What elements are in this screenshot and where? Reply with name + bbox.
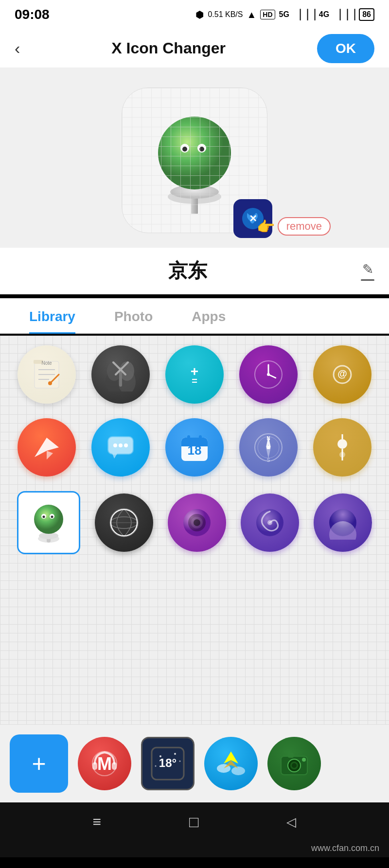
svg-point-86 — [174, 753, 176, 755]
svg-point-76 — [267, 520, 272, 525]
pencil-icon: ✎ — [362, 261, 373, 277]
svg-point-64 — [43, 516, 45, 518]
network-speed: 0.51 KB/S — [208, 10, 243, 19]
icon-row-1: Note + = — [10, 345, 379, 404]
edit-name-button[interactable]: ✎ — [361, 261, 374, 281]
icon-lollipop-selected[interactable] — [17, 491, 80, 554]
icon-compass[interactable]: N S — [239, 418, 298, 477]
svg-text:18: 18 — [188, 443, 202, 458]
svg-rect-46 — [199, 435, 202, 441]
ok-button[interactable]: OK — [317, 34, 374, 63]
svg-point-4 — [180, 144, 189, 153]
watermark-text: www.cfan.com.cn — [311, 843, 379, 853]
svg-text:@: @ — [337, 368, 347, 379]
battery-indicator: 86 — [359, 8, 374, 21]
svg-marker-40 — [112, 454, 117, 459]
svg-point-2 — [170, 185, 219, 199]
svg-point-90 — [231, 766, 245, 775]
bottom-section: + M 18° — [0, 724, 389, 802]
status-bar: 09:08 ⬢ 0.51 KB/S ▲ HD 5G ▕▕▕ 4G ▕▕▕ 86 — [0, 0, 389, 29]
svg-rect-97 — [288, 753, 294, 758]
app-name-area: 京东 ✎ — [0, 248, 389, 294]
svg-text:=: = — [192, 375, 197, 386]
svg-point-54 — [337, 439, 347, 449]
page-title: X Icon Changer — [111, 39, 226, 57]
lollipop-preview-svg — [141, 107, 248, 214]
svg-point-74 — [194, 519, 200, 526]
svg-rect-45 — [187, 435, 190, 441]
icon-row-2: 18 N S — [10, 418, 379, 477]
svg-point-96 — [292, 763, 297, 768]
add-icon-button[interactable]: + — [10, 734, 68, 793]
svg-rect-1 — [191, 180, 198, 214]
svg-point-87 — [179, 761, 181, 762]
svg-text:✕: ✕ — [249, 213, 257, 224]
svg-point-61 — [34, 505, 63, 534]
icon-chat[interactable] — [91, 418, 150, 477]
status-icons: ⬢ 0.51 KB/S ▲ HD 5G ▕▕▕ 4G ▕▕▕ 86 — [195, 8, 374, 21]
hd-badge: HD — [260, 10, 275, 19]
svg-point-85 — [159, 755, 161, 757]
svg-point-88 — [155, 766, 157, 767]
svg-marker-34 — [47, 451, 53, 460]
icon-settings-knob[interactable] — [313, 418, 371, 477]
svg-text:M: M — [97, 754, 112, 774]
back-button[interactable]: ‹ — [15, 39, 20, 58]
bluetooth-icon: ⬢ — [195, 9, 204, 20]
icon-world[interactable] — [95, 494, 153, 552]
icon-weather[interactable]: 18° — [141, 737, 194, 790]
svg-text:S: S — [267, 458, 270, 463]
signal-5g: 5G — [279, 10, 289, 19]
preview-area: ✕ 👉 remove — [0, 68, 389, 248]
watermark: www.cfan.com.cn — [0, 841, 389, 857]
icon-retro-camera[interactable] — [267, 737, 321, 790]
svg-point-39 — [124, 443, 128, 447]
signal-bars: ▕▕▕ — [293, 9, 315, 20]
svg-point-5 — [197, 144, 206, 153]
signal-bars2: ▕▕▕ — [333, 9, 355, 20]
nav-home-icon[interactable]: □ — [189, 813, 198, 831]
wifi-icon: ▲ — [247, 9, 256, 20]
svg-text:Note: Note — [41, 360, 52, 366]
svg-point-38 — [119, 443, 123, 447]
header: ‹ X Icon Changer OK — [0, 29, 389, 68]
signal-4g: 4G — [319, 10, 329, 19]
svg-point-98 — [302, 758, 306, 762]
svg-point-51 — [266, 445, 270, 449]
svg-text:18°: 18° — [159, 756, 177, 769]
nav-menu-icon[interactable]: ≡ — [93, 814, 102, 830]
tabs-bar: Library Photo Apps — [0, 298, 389, 334]
tab-photo[interactable]: Photo — [114, 298, 153, 334]
icon-calendar[interactable]: 18 — [165, 418, 224, 477]
icon-scissors[interactable] — [91, 345, 150, 404]
svg-point-6 — [182, 147, 187, 152]
icon-note[interactable]: Note — [18, 345, 76, 404]
nav-back-icon[interactable]: ◁ — [286, 815, 296, 830]
icon-wallpaper[interactable] — [314, 494, 372, 552]
icon-email[interactable]: @ — [313, 345, 371, 404]
svg-point-37 — [113, 443, 117, 447]
pencil-underline — [361, 279, 374, 281]
tab-apps[interactable]: Apps — [192, 298, 226, 334]
app-name-text: 京东 — [15, 257, 361, 284]
icon-paper-plane[interactable] — [18, 418, 76, 477]
icon-calculator[interactable]: + = — [165, 345, 224, 404]
remove-badge[interactable]: 👉 remove — [257, 217, 331, 236]
icon-media-player[interactable]: M — [78, 737, 131, 790]
svg-rect-82 — [112, 762, 117, 770]
remove-hand-icon: 👉 — [257, 218, 275, 235]
svg-point-65 — [51, 516, 53, 518]
svg-point-7 — [199, 147, 204, 152]
icon-clock[interactable] — [239, 345, 298, 404]
icon-plane-game[interactable] — [204, 737, 258, 790]
svg-point-57 — [339, 452, 345, 458]
svg-text:N: N — [266, 436, 270, 441]
preview-icon-container: ✕ 👉 remove — [122, 87, 267, 233]
icon-camera-lens[interactable] — [168, 494, 226, 552]
nav-bar: ≡ □ ◁ — [0, 802, 389, 841]
svg-point-0 — [168, 189, 221, 204]
svg-point-17 — [48, 381, 52, 385]
icon-grid: Note + = — [0, 336, 389, 724]
tab-library[interactable]: Library — [29, 298, 75, 334]
icon-spiral[interactable] — [241, 494, 299, 552]
